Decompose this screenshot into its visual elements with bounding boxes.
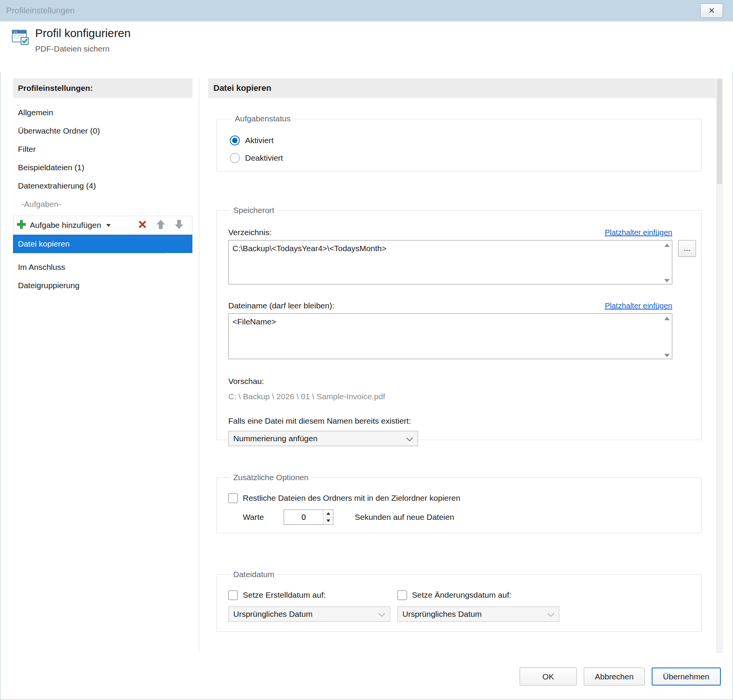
storage-location-legend: Speicherort [231, 206, 277, 215]
delete-task-button[interactable] [135, 218, 150, 233]
copy-rest-label: Restliche Dateien des Ordners mit in den… [243, 494, 460, 503]
page-subtitle: PDF-Dateien sichern [35, 44, 110, 53]
sidebar-main-divider [199, 78, 199, 653]
modified-date-column: Setze Änderungsdatum auf: Ursprüngliches… [397, 589, 559, 622]
tasks-section-label: -Aufgaben- [13, 195, 192, 213]
scroll-down-icon[interactable] [664, 279, 670, 282]
file-exists-label: Falls eine Datei mit diesem Namen bereit… [228, 416, 701, 426]
arrow-down-icon [174, 219, 184, 231]
sidebar-item-datenextrahierung[interactable]: Datenextrahierung (4) [13, 177, 192, 195]
wait-seconds-input[interactable] [284, 510, 323, 524]
set-created-date-label: Setze Erstelldatum auf: [243, 590, 326, 600]
stepper-down-button[interactable] [323, 518, 333, 525]
browse-directory-button[interactable]: ... [678, 240, 696, 257]
add-task-button[interactable]: Aufgabe hinzufügen [16, 219, 111, 231]
insert-placeholder-link-directory[interactable]: Platzhalter einfügen [605, 228, 672, 237]
wait-suffix-label: Sekunden auf neue Dateien [355, 513, 454, 522]
task-item-im-anschluss[interactable]: Im Anschluss [13, 258, 192, 276]
close-button[interactable]: ✕ [700, 3, 723, 18]
set-modified-date-label: Setze Änderungsdatum auf: [412, 590, 511, 600]
wait-row: Warte Sekunden auf neue Dateien [243, 510, 701, 525]
cancel-button[interactable]: Abbrechen [584, 668, 645, 685]
scroll-up-icon[interactable] [664, 244, 670, 247]
preview-path: C: \ Backup \ 2026 \ 01 \ Sample-Invoice… [228, 392, 701, 401]
file-exists-dropdown-value: Nummerierung anfügen [233, 434, 318, 443]
set-created-date-checkbox[interactable] [228, 590, 238, 600]
main-panel: Datei kopieren Aufgabenstatus Aktiviert … [208, 78, 716, 632]
storage-location-group: Speicherort Verzeichnis: Platzhalter ein… [216, 206, 702, 440]
file-date-legend: Dateidatum [231, 570, 277, 579]
filename-input[interactable]: <FileName> [228, 313, 672, 359]
copy-rest-row: Restliche Dateien des Ordners mit in den… [228, 492, 701, 504]
chevron-down-icon [406, 434, 413, 443]
stepper-up-button[interactable] [323, 510, 333, 518]
scroll-down-icon[interactable] [664, 354, 670, 357]
ok-button[interactable]: OK [520, 668, 577, 685]
file-exists-dropdown[interactable]: Nummerierung anfügen [228, 431, 418, 446]
task-list-divider [13, 253, 166, 253]
modified-date-dropdown[interactable]: Ursprüngliches Datum [397, 606, 559, 622]
filename-label: Dateiname (darf leer bleiben): [228, 301, 334, 310]
radio-aktiviert-label: Aktiviert [245, 136, 274, 145]
vertical-scrollbar[interactable] [716, 78, 723, 653]
titlebar: Profileinstellungen ✕ [0, 0, 733, 21]
delete-icon [137, 219, 147, 231]
chevron-down-icon [106, 224, 111, 227]
radio-deaktiviert[interactable] [230, 153, 240, 163]
dialog-header: Profil konfigurieren PDF-Dateien sichern [0, 21, 733, 72]
window-title: Profileinstellungen [6, 0, 75, 21]
scroll-up-icon[interactable] [664, 317, 670, 320]
sidebar-item-filter[interactable]: Filter [13, 140, 192, 158]
plus-icon [16, 219, 26, 231]
additional-options-legend: Zusätzliche Optionen [231, 473, 311, 482]
triangle-up-icon [326, 512, 330, 515]
wait-seconds-stepper [284, 510, 333, 525]
task-toolbar: Aufgabe hinzufügen [13, 216, 192, 235]
additional-options-group: Zusätzliche Optionen Restliche Dateien d… [216, 473, 702, 533]
task-status-group: Aufgabenstatus Aktiviert Deaktiviert [216, 114, 702, 171]
scrollbar-thumb[interactable] [717, 79, 722, 184]
radio-aktiviert[interactable] [230, 135, 240, 145]
insert-placeholder-link-filename[interactable]: Platzhalter einfügen [605, 302, 672, 310]
set-modified-date-checkbox[interactable] [397, 590, 407, 600]
chevron-down-icon [547, 610, 554, 619]
move-task-up-button[interactable] [153, 218, 168, 233]
created-date-dropdown-value: Ursprüngliches Datum [233, 610, 313, 619]
created-date-column: Setze Erstelldatum auf: Ursprüngliches D… [228, 589, 390, 622]
file-date-group: Dateidatum Setze Erstelldatum auf: Urspr… [216, 570, 702, 632]
radio-row-aktiviert: Aktiviert [230, 132, 701, 149]
sidebar-header: Profileinstellungen: [13, 78, 192, 98]
profile-window-icon [11, 28, 29, 47]
sidebar-item-ueberwachte-ordner[interactable]: Überwachte Ordner (0) [13, 122, 192, 140]
wait-label: Warte [243, 513, 264, 522]
close-icon: ✕ [708, 6, 715, 15]
created-date-dropdown[interactable]: Ursprüngliches Datum [228, 606, 390, 622]
sidebar-nav: Allgemein Überwachte Ordner (0) Filter B… [13, 103, 192, 195]
task-status-legend: Aufgabenstatus [232, 114, 293, 123]
page-title: Profil konfigurieren [35, 27, 131, 40]
move-task-down-button[interactable] [171, 218, 187, 233]
apply-button[interactable]: Übernehmen [652, 668, 721, 685]
task-item-datei-kopieren[interactable]: Datei kopieren [13, 235, 192, 253]
directory-label: Verzeichnis: [228, 228, 271, 237]
preview-label: Vorschau: [228, 377, 701, 386]
task-item-dateigruppierung[interactable]: Dateigruppierung [13, 276, 192, 295]
add-task-label: Aufgabe hinzufügen [30, 221, 101, 230]
sidebar: Profileinstellungen: Allgemein Überwacht… [13, 78, 192, 295]
radio-deaktiviert-label: Deaktiviert [245, 153, 283, 163]
sidebar-item-allgemein[interactable]: Allgemein [13, 103, 192, 122]
radio-row-deaktiviert: Deaktiviert [230, 149, 701, 167]
copy-rest-checkbox[interactable] [228, 494, 238, 503]
chevron-down-icon [378, 610, 385, 619]
modified-date-dropdown-value: Ursprüngliches Datum [402, 610, 482, 619]
arrow-up-icon [156, 219, 166, 231]
dialog-footer: OK Abbrechen Übernehmen [520, 668, 721, 685]
main-panel-title: Datei kopieren [208, 78, 716, 98]
directory-input[interactable]: C:\Backup\<TodaysYear4>\<TodaysMonth> [228, 240, 672, 284]
sidebar-item-beispieldateien[interactable]: Beispieldateien (1) [13, 158, 192, 177]
triangle-down-icon [326, 519, 330, 522]
